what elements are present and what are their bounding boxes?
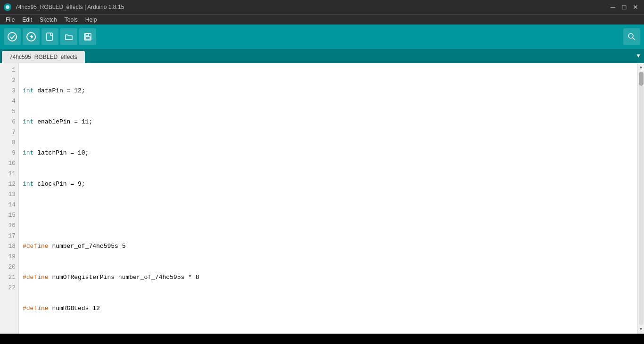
line-numbers: 1 2 3 4 5 6 7 8 9 10 11 12 13 14 15 16 1… — [0, 63, 19, 334]
menu-bar: File Edit Sketch Tools Help — [0, 14, 644, 25]
line-num-20: 20 — [0, 262, 16, 272]
scroll-down-arrow[interactable]: ▼ — [638, 326, 644, 333]
code-editor[interactable]: int dataPin = 12; int enablePin = 11; in… — [19, 63, 637, 334]
open-button[interactable] — [60, 28, 77, 45]
menu-edit[interactable]: Edit — [18, 16, 36, 24]
code-line-2: int enablePin = 11; — [23, 117, 637, 127]
new-button[interactable] — [41, 28, 58, 45]
svg-point-7 — [628, 33, 633, 38]
minimize-button[interactable]: ─ — [608, 2, 618, 12]
scroll-track[interactable] — [639, 72, 644, 325]
line-num-15: 15 — [0, 210, 16, 221]
line-num-16: 16 — [0, 221, 16, 231]
code-line-3: int latchPin = 10; — [23, 148, 637, 158]
line-num-2: 2 — [0, 75, 16, 86]
tab-bar: 74hc595_RGBLED_effects ▼ — [0, 49, 644, 63]
title-bar-left: 74hc595_RGBLED_effects | Arduino 1.8.15 — [4, 3, 124, 11]
scroll-up-arrow[interactable]: ▲ — [638, 64, 644, 71]
code-line-7: #define numOfRegisterPins number_of_74hc… — [23, 272, 637, 283]
line-num-18: 18 — [0, 241, 16, 252]
menu-file[interactable]: File — [2, 16, 18, 24]
line-num-17: 17 — [0, 231, 16, 241]
line-num-3: 3 — [0, 86, 16, 96]
verify-button[interactable] — [4, 28, 21, 45]
editor-container: 1 2 3 4 5 6 7 8 9 10 11 12 13 14 15 16 1… — [0, 63, 644, 334]
code-line-5 — [23, 210, 637, 221]
line-num-9: 9 — [0, 148, 16, 158]
toolbar — [0, 25, 644, 49]
active-tab[interactable]: 74hc595_RGBLED_effects — [2, 51, 85, 63]
line-num-4: 4 — [0, 96, 16, 106]
line-num-12: 12 — [0, 179, 16, 189]
menu-sketch[interactable]: Sketch — [36, 16, 61, 24]
line-num-8: 8 — [0, 138, 16, 148]
line-num-13: 13 — [0, 189, 16, 200]
menu-help[interactable]: Help — [82, 16, 101, 24]
line-num-22: 22 — [0, 283, 16, 293]
save-button[interactable] — [79, 28, 96, 45]
line-num-1: 1 — [0, 65, 16, 75]
scroll-thumb[interactable] — [639, 72, 644, 86]
line-num-10: 10 — [0, 158, 16, 169]
search-button[interactable] — [623, 28, 640, 45]
line-num-6: 6 — [0, 117, 16, 127]
line-num-19: 19 — [0, 252, 16, 262]
svg-rect-3 — [47, 33, 52, 41]
tab-dropdown-button[interactable]: ▼ — [633, 49, 644, 63]
window-title: 74hc595_RGBLED_effects | Arduino 1.8.15 — [15, 4, 124, 10]
line-num-14: 14 — [0, 200, 16, 210]
svg-point-0 — [6, 5, 9, 9]
menu-tools[interactable]: Tools — [61, 16, 82, 24]
line-num-11: 11 — [0, 169, 16, 179]
line-num-7: 7 — [0, 127, 16, 138]
code-line-6: #define number_of_74hc595s 5 — [23, 241, 637, 252]
code-line-1: int dataPin = 12; — [23, 86, 637, 96]
code-line-8: #define numRGBLeds 12 — [23, 303, 637, 314]
app-icon — [4, 3, 11, 11]
line-num-21: 21 — [0, 272, 16, 283]
svg-point-1 — [8, 33, 17, 41]
code-line-4: int clockPin = 9; — [23, 179, 637, 189]
line-num-5: 5 — [0, 106, 16, 117]
maximize-button[interactable]: □ — [619, 2, 629, 12]
console-area — [0, 334, 644, 344]
title-bar-controls: ─ □ ✕ — [608, 2, 640, 12]
svg-line-8 — [633, 38, 635, 40]
svg-rect-6 — [85, 37, 90, 39]
svg-rect-5 — [86, 33, 89, 36]
close-button[interactable]: ✕ — [631, 2, 640, 12]
title-bar: 74hc595_RGBLED_effects | Arduino 1.8.15 … — [0, 0, 644, 14]
vertical-scrollbar[interactable]: ▲ ▼ — [637, 63, 644, 334]
upload-button[interactable] — [23, 28, 40, 45]
